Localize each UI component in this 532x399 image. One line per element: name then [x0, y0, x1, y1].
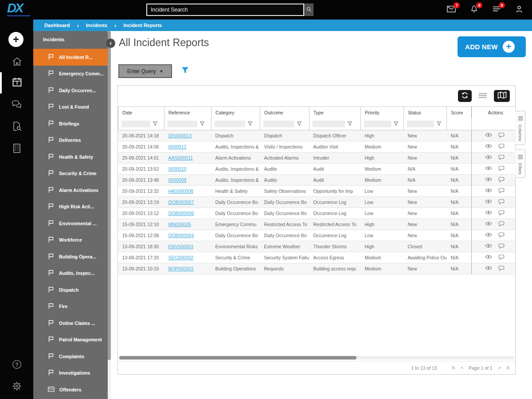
column-header[interactable]: Reference — [164, 107, 211, 118]
sidebar-item[interactable]: Audits, Inspec... — [33, 265, 111, 282]
incident-row[interactable]: 15-09-2021 12:10 MN000005 Emergency Comm… — [118, 219, 516, 230]
sidebar-item[interactable]: Investigations — [33, 365, 111, 382]
filter-input[interactable] — [313, 121, 345, 127]
comment-icon[interactable] — [498, 188, 505, 193]
reference-link[interactable]: ENV000003 — [168, 244, 194, 249]
breadcrumb-item[interactable]: Incident Reports — [123, 23, 162, 28]
notifications-button[interactable]: 9 — [469, 5, 479, 15]
incident-search-input[interactable] — [146, 4, 304, 16]
view-icon[interactable] — [485, 254, 492, 259]
home-nav[interactable] — [12, 57, 22, 67]
reference-link[interactable]: II000010 — [168, 166, 187, 172]
incident-row[interactable]: 20-09-2021 13:48 II000009 Audits, Inspec… — [118, 174, 516, 185]
profile-button[interactable] — [514, 5, 524, 15]
reference-link[interactable]: DOB000007 — [168, 200, 194, 205]
column-header[interactable]: Status — [404, 107, 447, 118]
sidebar-item[interactable]: Offenders — [33, 381, 111, 398]
reference-link[interactable]: BOP000001 — [168, 266, 194, 271]
next-page-button[interactable]: > — [498, 365, 501, 370]
view-icon[interactable] — [485, 210, 492, 215]
add-button[interactable]: + — [8, 32, 23, 47]
grid-side-tab[interactable]: Filters — [515, 149, 525, 178]
reference-link[interactable]: DIS000013 — [168, 133, 192, 138]
view-icon[interactable] — [485, 155, 492, 160]
collapse-sidebar-button[interactable]: ‹ — [106, 39, 115, 48]
column-header[interactable]: Category — [211, 107, 260, 118]
sidebar-item[interactable]: Online Claims ... — [33, 315, 111, 332]
column-header[interactable]: Score — [447, 107, 472, 118]
reference-link[interactable]: HAS000008 — [168, 188, 194, 194]
enter-query-button[interactable]: Enter Query ▼ — [118, 64, 172, 78]
incident-row[interactable]: 20-09-2021 14:18 DIS000013 Dispatch Disp… — [118, 130, 516, 141]
horizontal-scrollbar-thumb[interactable] — [119, 356, 356, 360]
view-icon[interactable] — [485, 166, 492, 171]
reference-link[interactable]: DOB000004 — [168, 233, 194, 238]
filter-input[interactable] — [168, 121, 197, 127]
comment-icon[interactable] — [498, 177, 505, 182]
reference-link[interactable]: II000009 — [168, 177, 187, 183]
sidebar-scrollbar-thumb[interactable] — [108, 31, 111, 360]
view-icon[interactable] — [485, 199, 492, 204]
horizontal-scrollbar[interactable] — [119, 356, 514, 360]
incidents-nav[interactable] — [12, 78, 22, 88]
column-header[interactable]: Date — [118, 107, 164, 118]
view-icon[interactable] — [485, 144, 492, 149]
filter-input[interactable] — [121, 121, 150, 127]
refresh-button[interactable] — [458, 90, 472, 102]
sidebar-item[interactable]: Dispatch — [33, 282, 111, 298]
app-logo[interactable]: DX — [7, 1, 22, 16]
sidebar-item[interactable]: Daily Occurren... — [33, 82, 111, 99]
column-header[interactable]: Priority — [361, 107, 404, 118]
query-filter-button[interactable] — [181, 66, 189, 76]
incident-row[interactable]: 13-09-2021 18:30 ENV000003 Environmental… — [118, 241, 516, 252]
grid-menu-button[interactable] — [478, 92, 487, 100]
sites-nav[interactable] — [12, 144, 22, 154]
last-page-button[interactable]: >| — [506, 365, 509, 370]
sidebar-item[interactable]: Workforce — [33, 232, 111, 249]
reference-link[interactable]: AAS000011 — [168, 155, 193, 160]
comment-icon[interactable] — [498, 155, 505, 160]
view-icon[interactable] — [485, 221, 492, 226]
messages-button[interactable]: 7 — [446, 5, 456, 15]
sidebar-item[interactable]: Patrol Management — [33, 332, 111, 348]
reference-link[interactable]: DOB000006 — [168, 211, 194, 216]
reference-link[interactable]: SEC000002 — [168, 255, 194, 260]
sidebar-item[interactable]: Deliveries — [33, 132, 111, 149]
filter-funnel-icon[interactable] — [437, 120, 441, 128]
incident-row[interactable]: 15-09-2021 12:08 DOB000004 Daily Occurre… — [118, 230, 516, 241]
comment-icon[interactable] — [498, 210, 505, 215]
sidebar-item[interactable]: Lost & Found — [33, 99, 111, 116]
filter-funnel-icon[interactable] — [153, 120, 157, 128]
comment-icon[interactable] — [498, 144, 505, 149]
comment-icon[interactable] — [498, 254, 505, 260]
view-icon[interactable] — [485, 188, 492, 193]
comment-icon[interactable] — [498, 166, 505, 171]
sidebar-item[interactable]: Building Opera... — [33, 248, 111, 265]
filter-funnel-icon[interactable] — [248, 120, 252, 128]
prev-page-button[interactable]: < — [461, 365, 463, 370]
reference-link[interactable]: MN000005 — [168, 222, 191, 227]
comment-icon[interactable] — [498, 232, 505, 238]
incident-row[interactable]: 20-09-2021 14:01 AAS000011 Alarm Activat… — [118, 152, 516, 163]
filter-funnel-icon[interactable] — [297, 120, 301, 128]
column-header[interactable]: Outcome — [260, 107, 309, 118]
sidebar-item[interactable]: Fire — [33, 298, 111, 315]
settings-button[interactable] — [12, 382, 22, 392]
first-page-button[interactable]: |< — [452, 365, 455, 370]
sidebar-item[interactable]: Complaints — [33, 348, 111, 365]
column-header[interactable]: Type — [309, 107, 361, 118]
add-new-button[interactable]: ADD NEW + — [458, 36, 526, 57]
help-button[interactable]: ? — [12, 360, 22, 371]
chat-nav[interactable] — [12, 99, 22, 110]
incident-row[interactable]: 13-09-2021 17:20 SEC000002 Security & Cr… — [118, 252, 516, 263]
reports-nav[interactable] — [12, 121, 22, 132]
view-icon[interactable] — [485, 177, 492, 182]
map-view-button[interactable] — [494, 90, 510, 102]
incident-row[interactable]: 20-09-2021 13:12 DOB000006 Daily Occurre… — [118, 207, 516, 219]
filter-input[interactable] — [407, 121, 434, 127]
breadcrumb-item[interactable]: Dashboard — [44, 23, 70, 28]
breadcrumb-item[interactable]: Incidents — [86, 23, 107, 28]
view-icon[interactable] — [485, 266, 492, 270]
view-icon[interactable] — [485, 133, 492, 137]
sidebar-item[interactable]: Emergency Comm... — [33, 66, 111, 82]
